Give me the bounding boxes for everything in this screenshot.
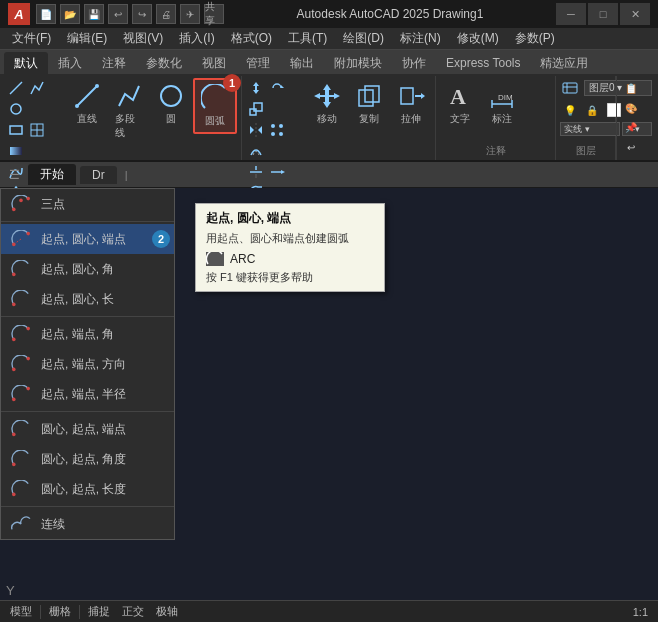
properties-icon[interactable]: 📋 (621, 80, 641, 98)
active-item-badge: 2 (152, 230, 170, 248)
extend-small-btn[interactable] (267, 162, 287, 182)
tab-default[interactable]: 默认 (4, 52, 48, 74)
menu-format[interactable]: 格式(O) (223, 28, 280, 50)
tooltip-command: ARC (230, 252, 255, 266)
gradient-icon[interactable] (6, 141, 26, 161)
svg-rect-30 (359, 90, 373, 106)
line-large-btn[interactable]: 直线 (67, 78, 107, 130)
layer-lock-icon[interactable]: 🔒 (582, 100, 602, 120)
arc-item-start-center-end[interactable]: 起点, 圆心, 端点 2 (1, 224, 174, 254)
redo-icon[interactable]: ↪ (132, 4, 152, 24)
svg-point-22 (271, 132, 275, 136)
menu-modify[interactable]: 修改(M) (449, 28, 507, 50)
arc-item-center-start-end[interactable]: 圆心, 起点, 端点 (1, 414, 174, 444)
arc-item-center-start-len[interactable]: 圆心, 起点, 长度 (1, 474, 174, 504)
share-btn[interactable]: 共享 (204, 4, 224, 24)
tab-insert[interactable]: 插入 (48, 52, 92, 74)
maximize-button[interactable]: □ (588, 3, 618, 25)
mirror-small-btn[interactable] (246, 120, 266, 140)
hatch-icon[interactable] (27, 120, 47, 140)
svg-marker-29 (314, 84, 340, 108)
minimize-button[interactable]: ─ (556, 3, 586, 25)
menu-edit[interactable]: 编辑(E) (59, 28, 115, 50)
arc-item-start-end-angle[interactable]: 起点, 端点, 角 (1, 319, 174, 349)
scale-small-btn[interactable] (246, 99, 266, 119)
rect-icon[interactable] (6, 120, 26, 140)
arc-item-start-center-angle[interactable]: 起点, 圆心, 角 (1, 254, 174, 284)
circle-large-btn[interactable]: 圆 (151, 78, 191, 130)
tab-manage[interactable]: 管理 (236, 52, 280, 74)
undo-ribbon-icon[interactable]: ↩ (621, 139, 641, 157)
drawing-canvas[interactable]: [-][俯视]二维线框 Y 三点 起点, 圆心, 端点 2 (0, 188, 658, 608)
tab-addons[interactable]: 附加模块 (324, 52, 392, 74)
menu-draw[interactable]: 绘图(D) (335, 28, 392, 50)
tab-featured[interactable]: 精选应用 (530, 52, 598, 74)
menu-insert[interactable]: 插入(I) (171, 28, 222, 50)
polar-toggle[interactable]: 极轴 (152, 602, 182, 621)
polyline-large-btn[interactable]: 多段线 (109, 78, 149, 144)
arc-item-3point[interactable]: 三点 (1, 189, 174, 219)
close-button[interactable]: ✕ (620, 3, 650, 25)
arc-item-start-center-len[interactable]: 起点, 圆心, 长 (1, 284, 174, 314)
workspace-tab-drawing[interactable]: Dr (80, 166, 117, 184)
tab-annotation[interactable]: 注释 (92, 52, 136, 74)
tooltip-arc-row: ARC (206, 252, 374, 266)
model-tab[interactable]: 模型 (6, 602, 36, 621)
arc-item-start-end-rad[interactable]: 起点, 端点, 半径 (1, 379, 174, 409)
workspace-tab-home[interactable]: 开始 (28, 164, 76, 185)
menu-params[interactable]: 参数(P) (507, 28, 563, 50)
hamburger-menu[interactable]: ☰ (4, 165, 24, 185)
y-axis-label: Y (6, 583, 15, 598)
arc-item-continue[interactable]: 连续 (1, 509, 174, 539)
linetype-dropdown[interactable]: 实线 ▾ (560, 122, 620, 136)
tab-output[interactable]: 输出 (280, 52, 324, 74)
open-file-icon[interactable]: 📂 (60, 4, 80, 24)
arc-large-btn[interactable]: 圆弧 1 (193, 78, 237, 134)
layer-on-icon[interactable]: 💡 (560, 100, 580, 120)
svg-rect-31 (365, 86, 379, 102)
menu-tools[interactable]: 工具(T) (280, 28, 335, 50)
dim-large-btn[interactable]: DIM 标注 (482, 78, 522, 130)
arc-item-center-start-angle[interactable]: 圆心, 起点, 角度 (1, 444, 174, 474)
arc-csl-label: 圆心, 起点, 长度 (41, 481, 126, 498)
polyline-icon[interactable] (27, 78, 47, 98)
ortho-toggle[interactable]: 正交 (118, 602, 148, 621)
matchprop-icon[interactable]: 🎨 (621, 100, 641, 118)
save-icon[interactable]: 💾 (84, 4, 104, 24)
layer-props-btn[interactable] (560, 78, 580, 98)
copy-large-label: 复制 (359, 112, 379, 126)
new-file-icon[interactable]: 📄 (36, 4, 56, 24)
line-icon[interactable] (6, 78, 26, 98)
tab-view[interactable]: 视图 (192, 52, 236, 74)
move-large-btn[interactable]: 移动 (307, 78, 347, 130)
array-small-btn[interactable] (267, 120, 287, 140)
rotate-small-btn[interactable] (267, 78, 287, 98)
move-small-btn[interactable] (246, 78, 266, 98)
tab-params[interactable]: 参数化 (136, 52, 192, 74)
stretch-large-btn[interactable]: 拉伸 (391, 78, 431, 130)
trim-small-btn[interactable] (246, 162, 266, 182)
tooltip-title: 起点, 圆心, 端点 (206, 210, 374, 227)
snap-toggle[interactable]: 捕捉 (84, 602, 114, 621)
arc-sca-label: 起点, 圆心, 角 (41, 261, 114, 278)
grid-toggle[interactable]: 栅格 (45, 602, 75, 621)
share-icon[interactable]: ✈ (180, 4, 200, 24)
arc-item-start-end-dir[interactable]: 起点, 端点, 方向 (1, 349, 174, 379)
menu-view[interactable]: 视图(V) (115, 28, 171, 50)
print-icon[interactable]: 🖨 (156, 4, 176, 24)
svg-rect-2 (10, 126, 22, 134)
menu-file[interactable]: 文件(F) (4, 28, 59, 50)
text-large-btn[interactable]: A 文字 (440, 78, 480, 130)
arc-large-label: 圆弧 (205, 114, 225, 128)
paste-icon[interactable]: 📌 (621, 119, 641, 137)
arc-ser-icon (9, 384, 33, 404)
undo-icon[interactable]: ↩ (108, 4, 128, 24)
circle-icon[interactable] (6, 99, 26, 119)
svg-marker-19 (258, 126, 262, 134)
menu-dimension[interactable]: 标注(N) (392, 28, 449, 50)
tab-collab[interactable]: 协作 (392, 52, 436, 74)
copy-large-btn[interactable]: 复制 (349, 78, 389, 130)
offset-small-btn[interactable] (246, 141, 266, 161)
tab-express-tools[interactable]: Express Tools (436, 52, 530, 74)
svg-marker-18 (250, 126, 254, 134)
